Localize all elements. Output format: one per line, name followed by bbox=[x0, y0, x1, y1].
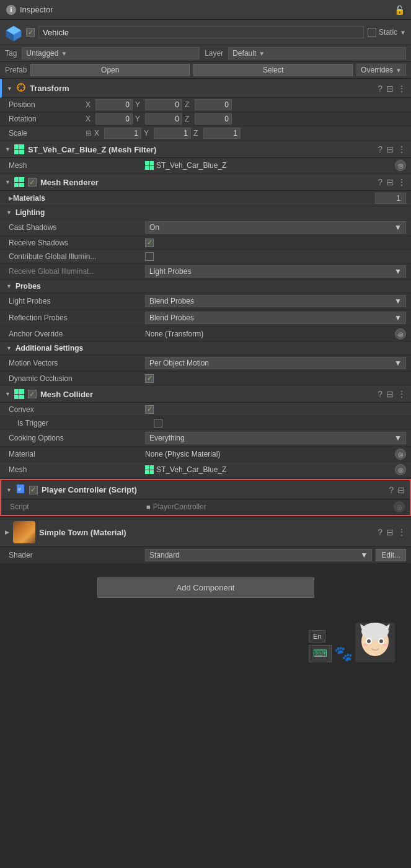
object-cube-icon bbox=[5, 24, 22, 41]
materials-row: ▶ Materials bbox=[0, 191, 411, 206]
playercontroller-enabled-checkbox[interactable]: ✓ bbox=[29, 486, 38, 494]
lock-icon[interactable]: 🔓 bbox=[394, 5, 405, 15]
materials-label: Materials bbox=[13, 194, 375, 203]
scale-z-input[interactable] bbox=[203, 128, 241, 139]
svg-point-18 bbox=[363, 644, 368, 646]
meshcollider-title: Mesh Collider bbox=[40, 390, 374, 399]
receive-shadows-row: Receive Shadows ✓ bbox=[0, 236, 411, 250]
layer-dropdown-arrow: ▼ bbox=[259, 50, 265, 57]
position-label: Position bbox=[9, 100, 83, 109]
meshcollider-enabled-checkbox[interactable]: ✓ bbox=[28, 390, 37, 398]
meshcollider-menu-icon[interactable]: ⋮ bbox=[397, 389, 406, 399]
playercontroller-section-header[interactable]: ▼ # ✓ Player Controller (Script) ? ⊟ bbox=[1, 480, 410, 499]
prefab-select-button[interactable]: Select bbox=[193, 64, 353, 76]
scale-x-input[interactable] bbox=[104, 128, 141, 139]
rot-x-label: X bbox=[86, 115, 93, 123]
receive-shadows-label: Receive Shadows bbox=[9, 239, 145, 247]
layer-label: Layer bbox=[205, 49, 223, 58]
material-section-header[interactable]: ▶ Simple Town (Material) ? ⊟ ⋮ bbox=[0, 517, 411, 547]
contribute-gi-checkbox[interactable] bbox=[145, 252, 154, 261]
layer-dropdown[interactable]: Default ▼ bbox=[228, 47, 406, 59]
meshfilter-icon bbox=[14, 144, 24, 154]
rot-y-input[interactable] bbox=[145, 113, 182, 125]
meshrenderer-title: Mesh Renderer bbox=[40, 178, 374, 187]
add-component-button[interactable]: Add Component bbox=[97, 577, 314, 598]
overrides-dropdown[interactable]: Overrides ▼ bbox=[356, 64, 406, 76]
playercontroller-help-icon[interactable]: ? bbox=[389, 485, 394, 495]
meshcollider-section-header[interactable]: ▼ ✓ Mesh Collider ? ⊟ ⋮ bbox=[0, 385, 411, 403]
probes-subsection-header[interactable]: ▼ Probes bbox=[0, 280, 411, 293]
contribute-gi-label: Contribute Global Illumin... bbox=[9, 252, 145, 261]
meshrenderer-enabled-checkbox[interactable]: ✓ bbox=[28, 178, 37, 186]
meshrenderer-menu-icon[interactable]: ⋮ bbox=[397, 177, 406, 187]
title-bar-text: Inspector bbox=[20, 5, 53, 14]
collider-material-circle-btn[interactable]: ◎ bbox=[395, 449, 406, 460]
rot-x-input[interactable] bbox=[95, 113, 133, 125]
additional-settings-header[interactable]: ▼ Additional Settings bbox=[0, 342, 411, 355]
transform-menu-icon[interactable]: ⋮ bbox=[397, 84, 406, 94]
cooking-options-dropdown[interactable]: Everything ▼ bbox=[145, 432, 406, 444]
scale-y-input[interactable] bbox=[154, 128, 191, 139]
lighting-label: Lighting bbox=[15, 208, 45, 217]
meshfilter-section-header[interactable]: ▼ ST_Veh_Car_Blue_Z (Mesh Filter) ? ⊟ ⋮ bbox=[0, 141, 411, 158]
transform-help-icon[interactable]: ? bbox=[378, 84, 382, 94]
cast-shadows-arrow: ▼ bbox=[394, 223, 402, 232]
dynamic-occlusion-checkbox[interactable]: ✓ bbox=[145, 374, 154, 383]
additional-settings-label: Additional Settings bbox=[15, 344, 83, 353]
collider-material-value: None (Physic Material) ◎ bbox=[145, 449, 406, 460]
meshrenderer-settings-icon[interactable]: ⊟ bbox=[386, 177, 394, 187]
keyboard-icon-1[interactable]: ⌨ bbox=[309, 645, 332, 662]
static-checkbox[interactable] bbox=[368, 28, 376, 37]
pos-x-input[interactable] bbox=[95, 99, 133, 110]
pos-z-input[interactable] bbox=[195, 99, 232, 110]
cast-shadows-dropdown[interactable]: On ▼ bbox=[145, 221, 406, 234]
lighting-subsection-header[interactable]: ▼ Lighting bbox=[0, 206, 411, 219]
collider-mesh-text: ST_Veh_Car_Blue_Z bbox=[156, 465, 226, 474]
meshcollider-help-icon[interactable]: ? bbox=[378, 389, 382, 399]
tag-dropdown[interactable]: Untagged ▼ bbox=[22, 47, 200, 59]
meshrenderer-section-header[interactable]: ▼ ✓ Mesh Renderer ? ⊟ ⋮ bbox=[0, 173, 411, 191]
material-help-icon[interactable]: ? bbox=[378, 527, 382, 537]
script-circle-btn[interactable]: ◎ bbox=[394, 501, 405, 512]
meshfilter-help-icon[interactable]: ? bbox=[378, 144, 382, 154]
collider-mesh-circle-btn[interactable]: ◎ bbox=[395, 464, 406, 475]
static-dropdown-arrow[interactable]: ▼ bbox=[400, 29, 406, 36]
receive-gi-dropdown[interactable]: Light Probes ▼ bbox=[145, 265, 406, 278]
meshrenderer-help-icon[interactable]: ? bbox=[378, 177, 382, 187]
pos-y-input[interactable] bbox=[145, 99, 182, 110]
transform-section-header[interactable]: ▼ Transform ? ⊟ ⋮ bbox=[0, 79, 411, 98]
mesh-filter-mesh-label: Mesh bbox=[9, 161, 145, 170]
light-probes-arrow: ▼ bbox=[394, 297, 402, 305]
motion-vectors-dropdown[interactable]: Per Object Motion ▼ bbox=[145, 357, 406, 369]
object-name-input[interactable]: Vehicle bbox=[38, 26, 364, 38]
meshfilter-menu-icon[interactable]: ⋮ bbox=[397, 144, 406, 154]
meshfilter-collapse-arrow: ▼ bbox=[5, 146, 11, 152]
mesh-select-circle-btn[interactable]: ◎ bbox=[395, 160, 406, 171]
anchor-select-circle-btn[interactable]: ◎ bbox=[395, 328, 406, 340]
transform-settings-icon[interactable]: ⊟ bbox=[386, 84, 394, 94]
meshfilter-settings-icon[interactable]: ⊟ bbox=[386, 144, 394, 154]
materials-count-input[interactable] bbox=[375, 193, 406, 204]
material-menu-icon[interactable]: ⋮ bbox=[397, 527, 406, 537]
convex-checkbox[interactable]: ✓ bbox=[145, 405, 154, 414]
collider-mesh-row: Mesh ST_Veh_Car_Blue_Z ◎ bbox=[0, 462, 411, 478]
is-trigger-label: Is Trigger bbox=[17, 419, 154, 427]
material-collapse-arrow: ▶ bbox=[5, 529, 9, 535]
reflection-probes-dropdown[interactable]: Blend Probes ▼ bbox=[145, 312, 406, 324]
anchor-override-value: None (Transform) ◎ bbox=[145, 328, 406, 340]
is-trigger-checkbox[interactable] bbox=[154, 419, 162, 427]
playercontroller-settings-icon[interactable]: ⊟ bbox=[397, 485, 405, 495]
scale-label: Scale bbox=[9, 129, 83, 138]
materials-expand-arrow[interactable]: ▶ bbox=[9, 195, 13, 201]
material-settings-icon[interactable]: ⊟ bbox=[386, 527, 394, 537]
collider-mesh-value: ST_Veh_Car_Blue_Z ◎ bbox=[145, 464, 406, 475]
meshcollider-settings-icon[interactable]: ⊟ bbox=[386, 389, 394, 399]
receive-shadows-checkbox[interactable]: ✓ bbox=[145, 239, 154, 247]
shader-dropdown[interactable]: Standard ▼ bbox=[145, 549, 372, 561]
light-probes-dropdown[interactable]: Blend Probes ▼ bbox=[145, 295, 406, 307]
prefab-open-button[interactable]: Open bbox=[30, 64, 190, 76]
rot-z-input[interactable] bbox=[195, 113, 232, 125]
object-enabled-checkbox[interactable]: ✓ bbox=[26, 28, 35, 37]
shader-label: Shader bbox=[9, 551, 145, 559]
shader-edit-button[interactable]: Edit... bbox=[376, 549, 406, 561]
